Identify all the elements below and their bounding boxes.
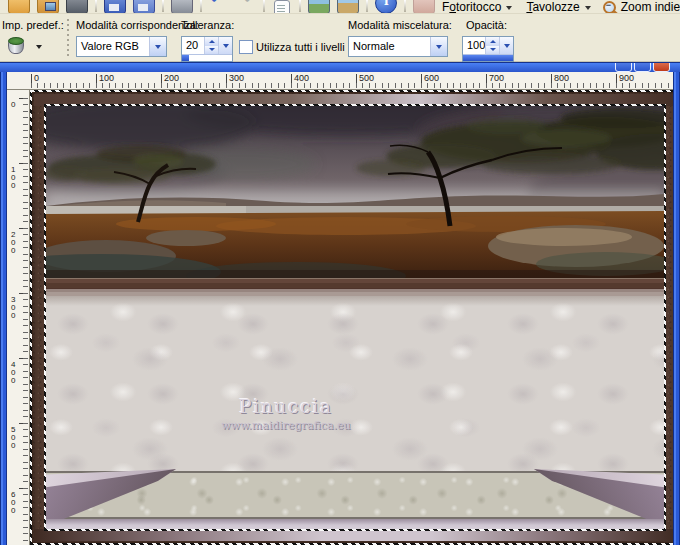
ruler-tick-label: 0 <box>11 101 15 109</box>
corner-ribbon-left <box>46 469 176 523</box>
ruler-tick-label: 400 <box>294 73 309 83</box>
slider-dropdown-icon[interactable] <box>499 37 513 54</box>
opacity-spinner[interactable]: 100 <box>462 36 514 62</box>
bottom-strip <box>46 519 664 529</box>
print-icon[interactable] <box>171 0 193 14</box>
watermark-title: Pinuccia <box>46 396 526 417</box>
info-icon[interactable] <box>375 0 397 14</box>
spin-up-icon[interactable] <box>486 37 499 46</box>
save-as-icon[interactable] <box>133 0 155 14</box>
ruler-tick <box>19 488 28 489</box>
match-mode-dropdown[interactable]: Valore RGB <box>76 36 167 57</box>
undo-icon[interactable] <box>209 0 229 12</box>
toolbar-separator <box>404 0 406 12</box>
ruler-tick <box>19 163 28 164</box>
save-icon[interactable] <box>104 0 126 14</box>
landscape-photo-art <box>46 106 664 278</box>
new-image-icon[interactable] <box>274 0 290 14</box>
tolerance-value[interactable]: 20 <box>182 37 204 54</box>
match-mode-value: Valore RGB <box>77 37 149 56</box>
preset-dropdown-caret[interactable] <box>36 45 42 49</box>
use-all-layers-label: Utilizza tutti i livelli <box>256 41 345 53</box>
image-canvas[interactable]: Pinuccia www.maidiregrafica.eu <box>30 90 680 545</box>
ruler-tick <box>161 74 162 88</box>
close-button[interactable] <box>653 62 670 72</box>
redo-icon[interactable] <box>236 0 256 12</box>
spinner-arrows[interactable] <box>485 37 499 54</box>
image-window-titlebar[interactable] <box>0 62 680 72</box>
ruler-tick <box>226 74 227 88</box>
tolerance-slider[interactable] <box>182 54 232 61</box>
ruler-tick <box>19 293 28 294</box>
ruler-tick-label: 100 <box>99 73 114 83</box>
maximize-button[interactable] <box>634 62 651 72</box>
slider-dropdown-icon[interactable] <box>218 37 232 54</box>
ruler-tick-label: 2 0 0 <box>11 231 15 255</box>
watermark-url: www.maidiregrafica.eu <box>46 419 526 432</box>
minimize-button[interactable] <box>615 62 632 72</box>
ruler-tick <box>96 74 97 88</box>
use-all-layers-checkbox[interactable] <box>239 40 253 54</box>
ruler-tick <box>486 74 487 88</box>
ruler-tick-label: 0 <box>34 73 39 83</box>
image-window-2-icon[interactable] <box>337 0 359 14</box>
ruler-tick <box>356 74 357 88</box>
menu-tavolozze[interactable]: Tavolozze <box>526 0 590 14</box>
ruler-tick <box>551 74 552 88</box>
toolbar-separator <box>200 0 202 12</box>
spin-down-icon[interactable] <box>486 46 499 55</box>
menu-fotoritocco[interactable]: Fotoritocco <box>442 0 512 14</box>
ruler-tick-label: 5 0 0 <box>11 426 15 450</box>
ruler-tick-label: 900 <box>619 73 634 83</box>
toolbar-separator <box>95 0 97 12</box>
ruler-tick <box>421 74 422 88</box>
ruler-tick <box>291 74 292 88</box>
blend-mode-label: Modalità miscelatura: <box>348 19 452 31</box>
spin-down-icon[interactable] <box>205 46 218 55</box>
toolbar-menus: FotoritoccoTavolozze <box>442 0 591 14</box>
ruler-tick-label: 4 0 0 <box>11 361 15 385</box>
artwork: Pinuccia www.maidiregrafica.eu <box>46 106 664 529</box>
ruler-tick <box>616 74 617 88</box>
ruler-tick-label: 700 <box>489 73 504 83</box>
paste-disabled-icon[interactable] <box>413 0 435 14</box>
tolerance-spinner[interactable]: 20 <box>181 36 233 62</box>
ruler-tick <box>19 228 28 229</box>
blend-mode-dropdown[interactable]: Normale <box>348 36 448 57</box>
opacity-value[interactable]: 100 <box>463 37 485 54</box>
opacity-slider[interactable] <box>463 54 513 61</box>
ruler-tick <box>31 74 32 88</box>
ruler-tick-label: 800 <box>554 73 569 83</box>
ruler-tick-label: 500 <box>359 73 374 83</box>
chevron-down-icon[interactable] <box>430 37 447 56</box>
options-separator <box>67 19 69 56</box>
zoom-out-icon <box>603 1 616 14</box>
image-window-icon[interactable] <box>308 0 330 14</box>
toolbar-icons: FotoritoccoTavolozze Zoom indietro Zoom <box>0 0 680 14</box>
chevron-down-icon <box>506 6 512 10</box>
scanner-icon[interactable] <box>66 0 88 14</box>
preset-label: Imp. predef.: <box>2 19 64 31</box>
spinner-arrows[interactable] <box>204 37 218 54</box>
zoom-out-button[interactable]: Zoom indietro <box>603 0 680 14</box>
toolbar-separator <box>366 0 368 12</box>
divider-bar <box>46 278 664 296</box>
window-border-left <box>0 72 7 545</box>
pattern-background: Pinuccia www.maidiregrafica.eu <box>46 296 664 479</box>
ruler-tick <box>19 358 28 359</box>
ruler-vertical[interactable]: 01 0 02 0 03 0 04 0 05 0 06 0 0 <box>7 90 30 545</box>
tolerance-label: Tolleranza: <box>181 19 234 31</box>
toolbar-separator <box>299 0 301 12</box>
open-icon[interactable] <box>8 0 30 14</box>
flood-fill-preset-icon[interactable] <box>8 39 28 54</box>
toolbar-separator <box>263 0 265 12</box>
ruler-tick-label: 3 0 0 <box>11 296 15 320</box>
chevron-down-icon[interactable] <box>149 37 166 56</box>
ruler-horizontal[interactable]: 0100200300400500600700800900 <box>7 72 673 90</box>
toolbar-menu-area: FotoritoccoTavolozze Zoom indietro Zoom <box>442 0 680 14</box>
browse-icon[interactable] <box>37 0 59 14</box>
chevron-down-icon <box>585 6 591 10</box>
tool-options-bar: Imp. predef.: Modalità corrispondenza: V… <box>0 14 680 62</box>
ruler-tick-label: 1 0 0 <box>11 166 15 190</box>
spin-up-icon[interactable] <box>205 37 218 46</box>
